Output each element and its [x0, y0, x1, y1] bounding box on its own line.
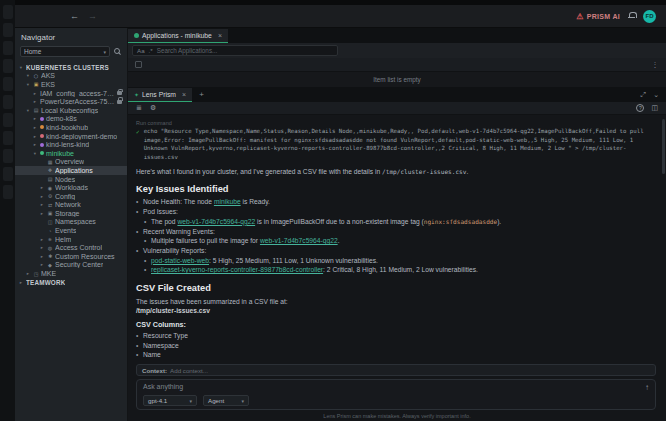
close-icon[interactable]: × [218, 32, 222, 39]
sidebar-item[interactable]: ▸ kind-deployment-demo [15, 132, 127, 141]
sidebar-item[interactable]: ▸ ⚙ Config [15, 192, 127, 201]
tree-expand-icon[interactable]: ▸ [39, 237, 45, 242]
tree-expand-icon[interactable]: ▸ [32, 134, 38, 139]
sidebar-item[interactable]: ▸ demo-k8s [15, 115, 127, 124]
sidebar-item[interactable]: ▾ ▤ Local Kubeconfigs [15, 106, 127, 115]
context-bar[interactable]: Context: Add context... [136, 364, 656, 376]
hotbar-slot[interactable] [3, 95, 13, 109]
tree-expand-icon[interactable]: ▸ [39, 254, 45, 259]
scrollbar-thumb[interactable] [662, 119, 665, 174]
tree-expand-icon[interactable]: ▸ [32, 142, 38, 147]
notifications-bell-icon[interactable] [628, 12, 635, 20]
tree-expand-icon[interactable]: ▸ [18, 280, 24, 285]
hotbar-slot[interactable] [3, 149, 13, 163]
context-placeholder: Add context... [170, 367, 208, 374]
applications-search-input[interactable]: Aa .* Search Applications... [132, 45, 338, 56]
tree-expand-icon[interactable]: ▸ [39, 194, 45, 199]
sidebar-item[interactable]: ▸ ▣ Storage [15, 209, 127, 218]
applications-search-row: Aa .* Search Applications... [128, 43, 666, 58]
help-icon[interactable]: ? [636, 104, 644, 112]
sidebar-item-label: Network [55, 201, 81, 208]
search-icon[interactable] [114, 48, 122, 56]
warning-icon: ⚠ [576, 12, 583, 21]
key-issues-list: • Node Health: The node minikube is Read… [136, 198, 656, 275]
sidebar-item[interactable]: ▾ minikube [15, 149, 127, 158]
tree-expand-icon[interactable]: ▾ [18, 65, 24, 70]
user-avatar[interactable]: FD [643, 10, 656, 23]
match-case-icon[interactable]: Aa [137, 47, 145, 54]
layout-icon[interactable]: ◫ [651, 104, 658, 112]
tree-expand-icon[interactable]: ▾ [25, 82, 31, 87]
prompt-input[interactable]: Ask anything [143, 383, 645, 390]
history-icon[interactable]: ≣ [136, 104, 142, 112]
sidebar-item[interactable]: ▸ ◉ Workloads [15, 183, 127, 192]
sidebar-item[interactable]: ▤ Nodes [15, 175, 127, 184]
hotbar-slot[interactable] [3, 131, 13, 145]
hotbar-slot[interactable] [3, 167, 13, 181]
settings-gear-icon[interactable]: ⚙ [150, 104, 156, 112]
expand-icon[interactable]: ⤢ [641, 91, 647, 99]
sidebar-item[interactable]: ▸ ⎈ Helm [15, 235, 127, 244]
tree-expand-icon[interactable]: ▸ [39, 211, 45, 216]
hotbar-slot[interactable] [3, 41, 13, 55]
item-icon: ◆ [47, 262, 53, 268]
sidebar-item[interactable]: ▸ ◆ Security Center [15, 261, 127, 270]
new-tab-icon[interactable]: + [199, 90, 204, 99]
sidebar-item[interactable]: ▸ ⇄ Network [15, 201, 127, 210]
sidebar-item[interactable]: ▸ IAM_config_access-757185909751 [15, 89, 127, 98]
forward-icon[interactable]: → [88, 11, 97, 21]
select-all-checkbox[interactable] [135, 61, 142, 68]
hotbar-slot[interactable] [3, 113, 13, 127]
tab-applications-minikube[interactable]: Applications - minikube × [128, 29, 228, 43]
back-icon[interactable]: ← [70, 11, 79, 21]
hotbar-slot[interactable] [3, 59, 13, 73]
sidebar-item[interactable]: ◔ Events [15, 226, 127, 235]
bullet-item: • Node Health: The node minikube is Read… [136, 198, 656, 207]
sidebar-item[interactable]: ◫ Namespaces [15, 218, 127, 227]
hotbar-slot[interactable] [3, 5, 13, 19]
close-icon[interactable]: × [182, 91, 186, 98]
sidebar-item[interactable]: ▦ Overview [15, 158, 127, 167]
hotbar-slot[interactable] [3, 23, 13, 37]
bullet-icon: • [136, 208, 140, 217]
prism-ai-badge[interactable]: ⚠ PRISM AI [576, 12, 620, 21]
item-icon: ❖ [47, 167, 53, 173]
sidebar-item[interactable]: ▸ ◍ Access Control [15, 243, 127, 252]
prism-chat-body[interactable]: Run command ✓ echo "Resource Type,Namesp… [128, 115, 666, 360]
sidebar-item[interactable]: ▾ ⬡ AKS [15, 72, 127, 81]
table-menu-icon[interactable]: ⋮ [649, 61, 661, 69]
hotbar-slot[interactable] [3, 77, 13, 91]
tree-expand-icon[interactable]: ▸ [39, 202, 45, 207]
collapse-panel-icon[interactable]: ⌄ [653, 91, 659, 99]
tree-expand-icon[interactable]: ▾ [25, 108, 31, 113]
sidebar-item[interactable]: ▸ TEAMWORK [15, 278, 127, 287]
hotbar[interactable] [0, 0, 15, 421]
hotbar-slot[interactable] [3, 185, 13, 199]
tree-expand-icon[interactable]: ▾ [25, 73, 31, 78]
sidebar-item[interactable]: ▸ kind-lens-kind [15, 140, 127, 149]
send-icon[interactable]: ↑ [645, 383, 649, 392]
tree-expand-icon[interactable]: ▸ [32, 116, 38, 121]
tree-expand-icon[interactable]: ▸ [39, 245, 45, 250]
tree-expand-icon[interactable]: ▸ [39, 185, 45, 190]
sidebar-item[interactable]: ▾ ▣ EKS [15, 80, 127, 89]
section-heading-csv-file: CSV File Created [136, 283, 656, 293]
scope-select[interactable]: Home ▾ [20, 46, 110, 57]
tree-expand-icon[interactable]: ▸ [25, 271, 31, 276]
sidebar-item[interactable]: ▸ ◳ MKE [15, 269, 127, 278]
model-select[interactable]: gpt-4.1 ▾ [143, 395, 197, 406]
tree-expand-icon[interactable]: ▾ [32, 151, 38, 156]
mode-select[interactable]: Agent ▾ [203, 395, 249, 406]
tree-expand-icon[interactable]: ▸ [32, 99, 38, 104]
sidebar-item[interactable]: ▾ KUBERNETES CLUSTERS [15, 63, 127, 72]
sidebar-item[interactable]: ▸ ✱ Custom Resources [15, 252, 127, 261]
tree-expand-icon[interactable]: ▸ [39, 262, 45, 267]
sidebar-item[interactable]: ❖ Applications [15, 166, 127, 175]
tab-lens-prism[interactable]: ✦ Lens Prism × [128, 88, 192, 102]
sidebar-item[interactable]: ▸ PowerUserAccess-757185909751 [15, 97, 127, 106]
regex-icon[interactable]: .* [149, 47, 153, 54]
bullet-item: • replicaset-kyverno-reports-controller-… [136, 266, 656, 275]
sidebar-item[interactable]: ▸ kind-bookhub [15, 123, 127, 132]
tree-expand-icon[interactable]: ▸ [32, 91, 38, 96]
tree-expand-icon[interactable]: ▸ [32, 125, 38, 130]
